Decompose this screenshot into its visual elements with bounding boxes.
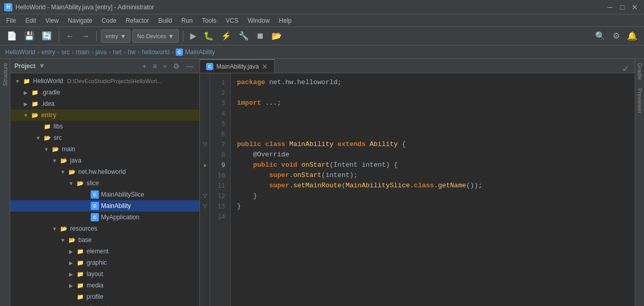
tree-label-src: src — [54, 134, 62, 141]
folder-icon-entry: 📂 — [31, 111, 39, 119]
class-icon-breadcrumb: C — [176, 49, 183, 56]
gradle-tab[interactable]: Gradle — [635, 59, 644, 84]
tree-item-nethwhelloworld[interactable]: ▼ 📂 net.hw.helloworld — [10, 166, 199, 178]
search-everywhere-button[interactable]: 🔍 — [592, 29, 608, 43]
open-folder-button[interactable]: 📂 — [269, 29, 284, 43]
tree-arrow-media: ▶ — [68, 283, 74, 288]
project-add-button[interactable]: + — [140, 61, 148, 71]
tree-item-resources[interactable]: ▼ 📂 resources — [10, 223, 199, 234]
gutter-12: ▽ — [200, 191, 210, 201]
tree-label-element: element — [87, 248, 109, 255]
menu-item-build[interactable]: Build — [154, 16, 176, 25]
tree-item-src[interactable]: ▼ 📂 src — [10, 132, 199, 143]
tab-close-button[interactable]: ✕ — [262, 62, 268, 71]
forward-button[interactable]: → — [79, 29, 92, 43]
tree-label-profile: profile — [87, 293, 104, 300]
menu-item-view[interactable]: View — [41, 16, 63, 25]
breadcrumb-helloworld[interactable]: HelloWorld — [5, 49, 35, 56]
tree-item-myapplication[interactable]: ▶ C MyApplication — [10, 212, 199, 223]
tree-item-java[interactable]: ▼ 📂 java — [10, 155, 199, 166]
menu-item-run[interactable]: Run — [177, 16, 197, 25]
breadcrumb-hw[interactable]: hw — [128, 49, 135, 56]
project-sort-button[interactable]: ≈ — [161, 61, 169, 71]
tree-item-element[interactable]: ▶ 📁 element — [10, 246, 199, 257]
notifications-button[interactable]: 🔔 — [624, 29, 640, 43]
tree-item-base[interactable]: ▼ 📂 base — [10, 234, 199, 246]
close-button[interactable]: ✕ — [630, 2, 640, 12]
menu-item-tools[interactable]: Tools — [198, 16, 221, 25]
project-dropdown-button[interactable]: ▼ — [39, 62, 45, 70]
tree-item-media[interactable]: ▶ 📁 media — [10, 280, 199, 291]
project-settings-button[interactable]: ⚙ — [171, 61, 182, 71]
back-button[interactable]: ← — [63, 29, 77, 43]
code-line-5 — [237, 119, 629, 129]
tree-item-layout[interactable]: ▶ 📁 layout — [10, 268, 199, 280]
menu-item-vcs[interactable]: VCS — [222, 16, 243, 25]
gutter-arrow-9: ● — [203, 160, 207, 170]
tree-item-helloworld[interactable]: ▼ 📁 HelloWorld D:\DevEcoStudioProjects\H… — [10, 75, 199, 87]
code-content[interactable]: package net.hw.helloworld; import ...; p… — [231, 73, 635, 306]
tree-item-entry[interactable]: ▼ 📂 entry — [10, 109, 199, 121]
menu-item-edit[interactable]: Edit — [21, 16, 40, 25]
menu-item-refactor[interactable]: Refactor — [122, 16, 153, 25]
tree-item-idea[interactable]: ▶ 📁 .idea — [10, 98, 199, 109]
tree-path-helloworld: D:\DevEcoStudioProjects\HelloWorl... — [67, 78, 161, 84]
tree-item-mainabilityslice[interactable]: ▶ C MainAbilitySlice — [10, 189, 199, 200]
breadcrumb-entry[interactable]: entry — [41, 49, 55, 56]
breadcrumb-main[interactable]: main — [76, 49, 89, 56]
attach-button[interactable]: ⚡ — [218, 29, 234, 43]
folder-icon-media: 📁 — [76, 281, 84, 289]
save-all-button[interactable]: 💾 — [22, 29, 37, 43]
tree-label-mainability: MainAbility — [101, 202, 131, 210]
structure-tab[interactable]: Structure — [1, 59, 10, 90]
tree-item-libs[interactable]: ▶ 📁 libs — [10, 121, 199, 132]
no-devices-dropdown-arrow: ▼ — [168, 33, 174, 39]
profile-button[interactable]: 🔧 — [236, 29, 251, 43]
breadcrumb-src[interactable]: src — [61, 49, 70, 56]
breadcrumb-sep-5: › — [109, 49, 111, 56]
breadcrumb-sep-6: › — [124, 49, 126, 56]
project-minimize-button[interactable]: — — [184, 61, 195, 71]
tree-item-profile[interactable]: ▶ 📁 profile — [10, 291, 199, 302]
code-line-10: super.onStart(intent); — [237, 170, 629, 181]
breadcrumb-java[interactable]: java — [95, 49, 107, 56]
menu-item-help[interactable]: Help — [275, 16, 296, 25]
entry-label: entry — [106, 33, 118, 39]
separator-1 — [59, 31, 59, 41]
previewer-tab[interactable]: Previewer — [635, 84, 644, 118]
breadcrumb-sep-4: › — [91, 49, 93, 56]
minimize-button[interactable]: ─ — [605, 2, 615, 12]
debug-button[interactable]: 🐛 — [201, 29, 216, 43]
stop-button[interactable]: ⏹ — [253, 29, 267, 43]
tree-label-resources: resources — [70, 225, 97, 232]
breadcrumb-net[interactable]: net — [113, 49, 122, 56]
tab-mainability[interactable]: C MainAbility.java ✕ — [200, 59, 275, 73]
project-header: Project ▼ + ≡ ≈ ⚙ — — [10, 59, 199, 73]
maximize-button[interactable]: □ — [617, 2, 628, 12]
title-bar-controls: ─ □ ✕ — [605, 2, 640, 12]
tree-item-gradle[interactable]: ▶ 📁 .gradle — [10, 87, 199, 98]
tree-label-libs: libs — [54, 123, 63, 130]
project-collapse-button[interactable]: ≡ — [150, 61, 159, 71]
tree-item-en-element[interactable]: ▶ 📁 en.element — [10, 302, 199, 306]
code-line-3: import ...; — [237, 98, 629, 108]
tree-item-mainability[interactable]: ▶ C MainAbility — [10, 200, 199, 212]
tree-item-slice[interactable]: ▼ 📂 slice — [10, 178, 199, 189]
code-line-7: public class MainAbility extends Ability… — [237, 139, 629, 150]
run-button[interactable]: ▶ — [188, 29, 199, 43]
breadcrumb-mainability[interactable]: MainAbility — [185, 49, 215, 56]
menu-item-navigate[interactable]: Navigate — [64, 16, 96, 25]
code-line-4 — [237, 108, 629, 119]
sync-button[interactable]: 🔄 — [39, 29, 55, 43]
new-file-button[interactable]: 📄 — [4, 29, 20, 43]
no-devices-dropdown[interactable]: No Devices ▼ — [132, 29, 178, 43]
settings-button[interactable]: ⚙ — [610, 29, 622, 43]
menu-item-window[interactable]: Window — [244, 16, 274, 25]
entry-dropdown[interactable]: entry ▼ — [101, 29, 130, 43]
menu-item-file[interactable]: File — [2, 16, 20, 25]
breadcrumb-helloworld-pkg[interactable]: helloworld — [142, 49, 170, 56]
breadcrumb-sep-2: › — [57, 49, 59, 56]
tree-item-main[interactable]: ▼ 📂 main — [10, 143, 199, 155]
tree-item-graphic[interactable]: ▶ 📁 graphic — [10, 257, 199, 268]
menu-item-code[interactable]: Code — [97, 16, 121, 25]
